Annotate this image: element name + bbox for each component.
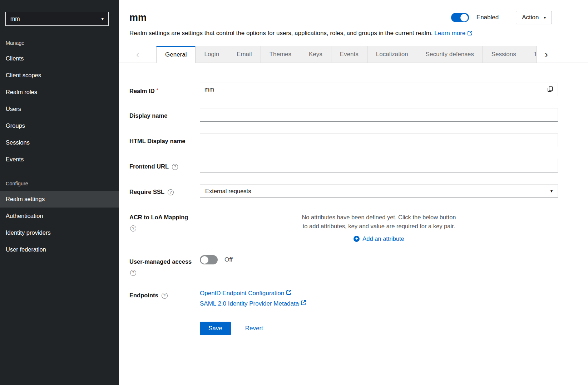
acr-to-loa-label-text: ACR to LoA Mapping xyxy=(129,214,188,220)
learn-more-link[interactable]: Learn more xyxy=(434,30,473,36)
acr-empty-state: No attributes have been defined yet. Cli… xyxy=(200,210,558,242)
html-display-name-input[interactable] xyxy=(200,133,558,147)
realm-selector-dropdown[interactable]: mm ▾ xyxy=(5,12,109,26)
sidebar-item-client-scopes[interactable]: Client scopes xyxy=(0,67,119,84)
help-icon[interactable]: ? xyxy=(172,164,178,170)
require-ssl-select[interactable]: External requests ▾ xyxy=(200,184,558,198)
frontend-url-label-text: Frontend URL xyxy=(129,163,169,170)
save-button[interactable]: Save xyxy=(200,322,231,335)
form-actions: Save Revert xyxy=(200,322,558,335)
add-attribute-label: Add an attribute xyxy=(362,235,404,242)
sidebar-item-realm-settings[interactable]: Realm settings xyxy=(0,191,119,208)
sidebar-item-realm-roles[interactable]: Realm roles xyxy=(0,84,119,101)
require-ssl-label-text: Require SSL xyxy=(129,189,164,195)
chevron-down-icon: ▾ xyxy=(101,16,104,21)
chevron-left-icon: ‹ xyxy=(136,50,139,59)
tab-keys[interactable]: Keys xyxy=(300,46,331,63)
sidebar-item-groups[interactable]: Groups xyxy=(0,117,119,134)
endpoints-label-text: Endpoints xyxy=(129,292,158,298)
sidebar-nav: Manage Clients Client scopes Realm roles… xyxy=(0,26,119,258)
nav-section-configure-title: Configure xyxy=(0,181,119,186)
frontend-url-value xyxy=(200,159,558,172)
html-display-name-label: HTML Display name xyxy=(129,133,200,145)
realm-id-label: Realm ID* xyxy=(129,83,200,95)
realm-description-text: Realm settings are settings that control… xyxy=(129,30,433,36)
sidebar: mm ▾ Manage Clients Client scopes Realm … xyxy=(0,0,119,385)
plus-circle-icon: + xyxy=(354,236,360,242)
help-icon[interactable]: ? xyxy=(130,270,136,276)
sidebar-item-user-federation[interactable]: User federation xyxy=(0,241,119,258)
realm-description: Realm settings are settings that control… xyxy=(129,29,552,38)
tab-tokens[interactable]: Tokens xyxy=(525,46,536,63)
realm-settings-tabs: ‹ General Login Email Themes Keys Events… xyxy=(119,46,588,63)
sidebar-item-identity-providers[interactable]: Identity providers xyxy=(0,224,119,241)
realm-id-input[interactable] xyxy=(200,83,543,96)
page-header: mm Enabled Action ▾ Realm settings are s… xyxy=(119,0,588,38)
acr-to-loa-value: No attributes have been defined yet. Cli… xyxy=(200,210,558,242)
tab-login[interactable]: Login xyxy=(196,46,228,63)
sidebar-item-sessions[interactable]: Sessions xyxy=(0,134,119,151)
user-managed-access-value: Off xyxy=(200,254,558,264)
endpoints-row: Endpoints? OpenID Endpoint Configuration… xyxy=(129,288,558,307)
toggle-knob xyxy=(460,14,468,21)
action-dropdown-button[interactable]: Action ▾ xyxy=(516,11,552,24)
help-icon[interactable]: ? xyxy=(162,293,168,299)
saml-metadata-link-text: SAML 2.0 Identity Provider Metadata xyxy=(200,300,299,307)
html-display-name-value xyxy=(200,133,558,147)
external-link-icon xyxy=(286,289,292,297)
tabs-scroll-right-button[interactable]: › xyxy=(536,46,556,63)
help-icon[interactable]: ? xyxy=(168,189,174,195)
tabs-viewport: General Login Email Themes Keys Events L… xyxy=(156,46,536,63)
realm-id-label-text: Realm ID xyxy=(129,88,155,94)
enabled-label: Enabled xyxy=(476,14,499,21)
require-ssl-row: Require SSL? External requests ▾ xyxy=(129,184,558,198)
tabs-scroll-left-button[interactable]: ‹ xyxy=(119,46,156,63)
main-content: mm Enabled Action ▾ Realm settings are s… xyxy=(119,0,588,385)
endpoints-label: Endpoints? xyxy=(129,288,200,299)
revert-button[interactable]: Revert xyxy=(245,325,263,332)
external-link-icon xyxy=(301,300,306,307)
display-name-row: Display name xyxy=(129,108,558,122)
sidebar-item-clients[interactable]: Clients xyxy=(0,50,119,67)
realm-id-row: Realm ID* xyxy=(129,83,558,96)
user-managed-access-label-text: User-managed access xyxy=(129,258,192,265)
tab-general[interactable]: General xyxy=(156,46,196,63)
require-ssl-value: External requests ▾ xyxy=(200,184,558,198)
user-managed-access-row: User-managed access ? Off xyxy=(129,254,558,276)
frontend-url-row: Frontend URL? xyxy=(129,159,558,172)
tab-events[interactable]: Events xyxy=(331,46,367,63)
realm-enabled-toggle[interactable] xyxy=(451,13,469,22)
tab-themes[interactable]: Themes xyxy=(261,46,300,63)
html-display-name-row: HTML Display name xyxy=(129,133,558,147)
require-ssl-selected-option: External requests xyxy=(205,188,251,195)
toggle-knob xyxy=(201,256,208,264)
learn-more-text: Learn more xyxy=(434,30,465,36)
sidebar-item-users[interactable]: Users xyxy=(0,101,119,117)
tab-localization[interactable]: Localization xyxy=(367,46,417,63)
openid-endpoint-link[interactable]: OpenID Endpoint Configuration xyxy=(200,289,292,297)
saml-metadata-link[interactable]: SAML 2.0 Identity Provider Metadata xyxy=(200,300,306,307)
action-label: Action xyxy=(522,14,539,21)
sidebar-item-events[interactable]: Events xyxy=(0,151,119,168)
add-attribute-link[interactable]: + Add an attribute xyxy=(354,235,404,242)
frontend-url-input[interactable] xyxy=(200,159,558,172)
display-name-input[interactable] xyxy=(200,108,558,122)
openid-endpoint-link-text: OpenID Endpoint Configuration xyxy=(200,290,284,297)
tab-security-defenses[interactable]: Security defenses xyxy=(417,46,483,63)
nav-section-configure: Configure Realm settings Authentication … xyxy=(0,181,119,258)
acr-to-loa-row: ACR to LoA Mapping ? No attributes have … xyxy=(129,210,558,242)
copy-icon xyxy=(547,86,553,93)
realm-id-value xyxy=(200,83,558,96)
tab-sessions[interactable]: Sessions xyxy=(483,46,525,63)
help-icon[interactable]: ? xyxy=(130,225,136,232)
acr-to-loa-label: ACR to LoA Mapping ? xyxy=(129,210,200,232)
realm-id-input-group xyxy=(200,83,558,96)
user-managed-access-toggle[interactable] xyxy=(200,255,218,264)
tab-email[interactable]: Email xyxy=(228,46,261,63)
require-ssl-label: Require SSL? xyxy=(129,184,200,196)
external-link-icon xyxy=(467,30,473,38)
sidebar-item-authentication[interactable]: Authentication xyxy=(0,208,119,224)
required-asterisk: * xyxy=(157,87,158,93)
frontend-url-label: Frontend URL? xyxy=(129,159,200,170)
copy-button[interactable] xyxy=(543,83,558,96)
